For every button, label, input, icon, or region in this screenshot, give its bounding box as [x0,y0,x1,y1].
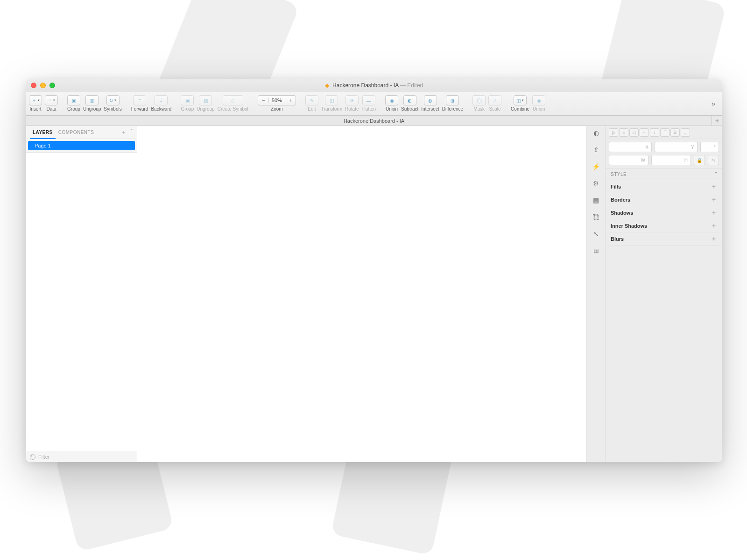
craft-plugin-icon[interactable]: ◐ [591,128,601,138]
size-row: W H 🔒 ⇋ [606,155,722,168]
gear-icon[interactable]: ⚙ [591,178,601,189]
backward-button[interactable]: ⇣ [155,95,168,105]
edit-button[interactable]: ✎ [305,95,318,105]
toolbar-label: Flatten [362,106,376,112]
shadows-section[interactable]: Shadows＋ [606,206,722,219]
left-panel: LAYERS COMPONENTS ＋ ˄ Page 1 Filter [26,126,137,462]
ungroup-button[interactable]: ▥ [85,95,99,105]
add-tab-button[interactable]: ＋ [712,116,722,126]
rotate-button[interactable]: ⟳ [345,95,359,105]
group2-button[interactable]: ▣ [181,95,194,105]
sketch-doc-icon: ◆ [325,82,329,89]
position-row: X Y ° [606,139,722,155]
edited-indicator: — Edited [400,82,423,89]
toolbar-label: Transform [321,106,342,112]
toolbar-label: Ungroup [83,106,101,112]
toolbar-label: Combine [511,106,529,112]
tab-components[interactable]: COMPONENTS [56,126,97,139]
plugin-column: ◐ ⇪ ⚡ ⚙ ▤ ⿻ ⤡ ⊞ [586,126,606,462]
align-right-button[interactable]: ≡| [629,128,639,137]
toolbar-label: Ungroup [197,106,214,112]
union-icon: ◉ [390,98,394,103]
layout-icon[interactable]: ▤ [591,195,601,205]
add-border-button[interactable]: ＋ [711,196,717,204]
scale-button[interactable]: ⤢ [488,95,501,105]
zoom-out-button[interactable]: − [258,97,268,104]
tab-layers[interactable]: LAYERS [30,126,56,139]
add-shadow-button[interactable]: ＋ [711,209,717,217]
align-left-button[interactable]: |≡ [609,128,618,137]
filter-input[interactable]: Filter [38,454,49,460]
difference-icon: ◑ [451,98,455,103]
h-input[interactable]: H [651,155,691,165]
union-button[interactable]: ◉ [385,95,398,105]
inner-shadows-section[interactable]: Inner Shadows＋ [606,219,722,232]
window-title-text: Hackerone Dashboard - IA [332,82,398,89]
style-header[interactable]: STYLE ˅ [606,168,722,180]
filter-icon [30,454,35,460]
backward-icon: ⇣ [159,98,163,103]
flatten-button[interactable]: ▬ [362,95,375,105]
forward-button[interactable]: ⇡ [133,95,146,105]
w-input[interactable]: W [609,155,648,165]
add-blur-button[interactable]: ＋ [711,235,717,243]
toolbar-label: Create Symbol [218,106,248,112]
intersect-icon: ◍ [428,98,432,103]
align-top-button[interactable]: ⎴ [660,128,669,137]
bolt-icon[interactable]: ⚡ [591,161,601,172]
transform-button[interactable]: ◫ [325,95,338,105]
chevron-down-icon: ˅ [715,172,718,177]
toolbar-label: Zoom [271,106,283,112]
insert-button[interactable]: ＋▾ [29,95,42,105]
borders-section[interactable]: Borders＋ [606,193,722,206]
zoom-in-button[interactable]: + [285,97,296,104]
union-icon: ◉ [537,98,541,103]
union2-button[interactable]: ◉ [532,95,545,105]
group-button[interactable]: ▣ [67,95,80,105]
align-vcenter-button[interactable]: ≣ [670,128,680,137]
flip-button[interactable]: ⇋ [708,155,719,165]
toolbar-label: Forward [131,106,148,112]
image-plus-icon[interactable]: ⊞ [591,245,601,256]
toolbar-label: Mask [473,106,485,112]
subtract-button[interactable]: ◐ [403,95,416,105]
symbols-button[interactable]: ↻▾ [106,95,120,105]
arrow-diag-icon[interactable]: ⤡ [591,229,601,239]
transform-icon: ◫ [330,98,334,103]
difference-button[interactable]: ◑ [446,95,459,105]
x-input[interactable]: X [609,142,652,152]
export-icon[interactable]: ⇪ [591,145,601,155]
mask-button[interactable]: ◯ [472,95,486,105]
canvas[interactable] [137,126,586,462]
data-button[interactable]: ≣▾ [45,95,58,105]
blurs-section[interactable]: Blurs＋ [606,232,722,245]
alignment-row: |≡ ≡ ≡| ↔ ↕ ⎴ ≣ ⎵ [606,126,722,139]
zoom-value[interactable]: 50% [268,98,285,103]
y-input[interactable]: Y [655,142,698,152]
angle-input[interactable]: ° [700,142,719,152]
stack-icon: ≣ [48,98,52,103]
distribute-h-button[interactable]: ↔ [640,128,649,137]
align-bottom-button[interactable]: ⎵ [681,128,690,137]
page-item[interactable]: Page 1 [28,141,135,150]
fills-section[interactable]: Fills＋ [606,180,722,193]
lock-aspect-button[interactable]: 🔒 [694,155,705,165]
add-page-button[interactable]: ＋ [120,128,127,136]
distribute-v-button[interactable]: ↕ [650,128,659,137]
add-inner-shadow-button[interactable]: ＋ [711,222,717,230]
align-hcenter-button[interactable]: ≡ [619,128,628,137]
toolbar-overflow-button[interactable]: » [708,100,719,107]
create-symbol-button[interactable]: ◇ [223,95,243,105]
toolbar-label: Subtract [401,106,418,112]
ungroup2-button[interactable]: ▥ [199,95,212,105]
duplicate-icon[interactable]: ⿻ [591,212,601,222]
left-panel-tabs: LAYERS COMPONENTS ＋ ˄ [26,126,137,139]
document-tab[interactable]: Hackerone Dashboard - IA [344,118,404,124]
intersect-button[interactable]: ◍ [424,95,437,105]
combine-button[interactable]: ◫▾ [514,95,527,105]
toolbar-label: Scale [489,106,501,112]
toolbar-label: Group [181,106,194,112]
toolbar-label: Union [386,106,398,112]
add-fill-button[interactable]: ＋ [711,182,717,191]
collapse-pages-button[interactable]: ˄ [130,128,134,136]
